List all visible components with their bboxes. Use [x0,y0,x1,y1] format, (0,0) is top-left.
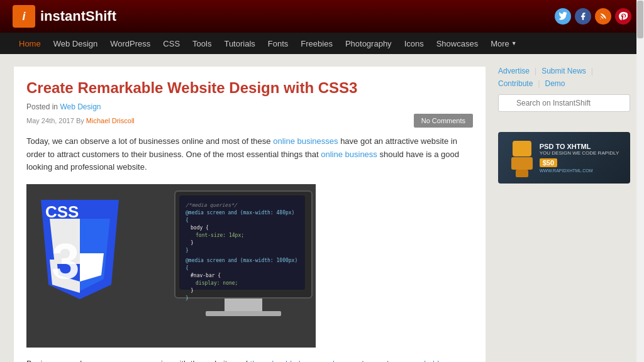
article-body: Business people can never compromise wit… [26,358,473,362]
nav-tutorials[interactable]: Tutorials [218,33,261,54]
sidebar: Advertise | Submit News | Contribute | D… [498,67,630,362]
article-date: May 24th, 2017 By [26,117,84,124]
css3-shield-svg: CSS 3 [36,194,124,304]
body-text-start: Business people can never compromise wit… [26,359,250,362]
logo-area[interactable]: i instantShift [13,5,116,28]
rss-icon[interactable] [595,8,611,25]
sidebar-link-submit[interactable]: Submit News [541,67,586,75]
nav-home[interactable]: Home [13,33,47,54]
svg-text:CSS: CSS [45,202,79,221]
nav-css[interactable]: CSS [157,33,186,54]
nav-showcases[interactable]: Showcases [430,33,484,54]
social-icons [555,8,631,25]
body-text-mid: to create a [360,359,403,362]
nav-tools[interactable]: Tools [186,33,218,54]
sidebar-link-demo[interactable]: Demo [545,79,565,88]
article-title: Create Remarkable Website Design with CS… [26,79,473,97]
date-author-text: May 24th, 2017 By Michael Driscoll [26,117,135,124]
separator3: | [538,79,540,88]
search-input[interactable] [498,94,630,112]
nav-webdesign[interactable]: Web Design [47,33,104,54]
scrollbar[interactable] [636,0,644,362]
search-wrapper [498,94,630,122]
nav-fonts[interactable]: Fonts [262,33,295,54]
main-wrapper: Create Remarkable Website Design with CS… [8,54,636,362]
pinterest-icon[interactable] [615,8,631,25]
nav-wordpress[interactable]: WordPress [104,33,157,54]
no-comments-button[interactable]: No Comments [414,114,473,128]
ad-banner[interactable]: PSD TO XHTML YOU DESIGN WE CODE RAPIDLY … [498,132,630,184]
ad-url: WWW.RAPIDXHTML.COM [540,168,619,173]
separator1: | [535,67,536,75]
nav-photography[interactable]: Photography [339,33,398,54]
article-image: CSS 3 /*media queries*/ @media screen an… [26,184,316,348]
separator2: | [591,67,593,75]
ad-title: PSD TO XHTML [540,143,619,150]
content-area: Create Remarkable Website Design with CS… [14,67,486,362]
article-category[interactable]: Web Design [60,102,101,111]
nav-more[interactable]: More ▼ [484,33,523,54]
logo-icon: i [13,5,35,28]
header: i instantShift [0,0,644,33]
article-intro: Today, we can observe a lot of businesse… [26,135,473,174]
intro-link1[interactable]: online businesses [273,136,338,146]
nav-freebies[interactable]: Freebies [294,33,339,54]
sidebar-link-contribute[interactable]: Contribute [498,79,533,88]
facebook-icon[interactable] [575,8,591,25]
ad-badge: $50 [540,158,557,167]
svg-point-0 [600,19,601,19]
ad-subtitle: YOU DESIGN WE CODE RAPIDLY [540,150,619,156]
article-author[interactable]: Michael Driscoll [86,117,135,124]
svg-text:3: 3 [52,233,80,289]
nav-icons[interactable]: Icons [398,33,430,54]
meta-prefix: Posted in [26,102,58,111]
twitter-icon[interactable] [555,8,571,25]
intro-link2[interactable]: online business [321,150,377,159]
navigation: Home Web Design WordPress CSS Tools Tuto… [0,33,644,54]
monitor-display: /*media queries*/ @media screen and (max… [174,190,313,316]
scrollbar-thumb[interactable] [637,1,643,38]
article-meta: Posted in Web Design [26,102,473,111]
logo-text: instantShift [40,8,116,25]
sidebar-link-advertise[interactable]: Advertise [498,67,530,75]
article-date-author: May 24th, 2017 By Michael Driscoll No Co… [26,114,473,128]
sidebar-links: Advertise | Submit News | Contribute | D… [498,67,630,88]
body-link1[interactable]: they should always make sure [250,359,360,362]
